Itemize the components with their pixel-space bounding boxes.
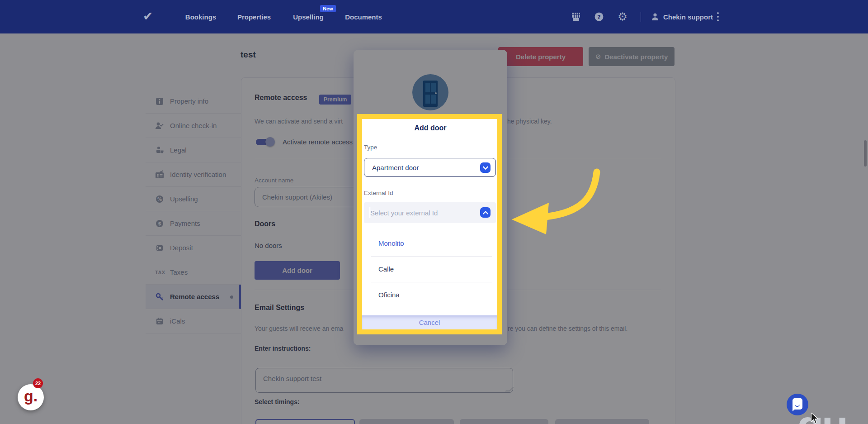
door-avatar-icon [412,74,448,110]
nav-item-upselling[interactable]: Upselling [293,0,324,33]
new-badge: New [320,5,336,12]
tax-icon: TAX [155,270,164,275]
modal-title: Add door [354,124,507,132]
remote-access-desc-left: We can activate and send a virt [255,118,343,125]
external-id-label: External Id [364,190,393,196]
chevron-down-icon [483,166,488,170]
sidebar-item-taxes[interactable]: TAX Taxes [146,260,241,285]
app-screen: test Delete property ⊘ Deactivate proper… [0,0,868,424]
person-check-icon [155,121,164,130]
id-card-icon [155,170,164,179]
instructions-textarea-wrap: Chekin support test [255,368,513,393]
delete-property-button[interactable]: Delete property [498,47,583,66]
sidebar-label: Identity verification [170,171,226,178]
dollar-icon: $ [155,219,164,228]
remote-access-heading: Remote access [255,94,307,102]
add-door-button[interactable]: Add door [255,261,340,280]
sidebar-item-icals[interactable]: iCals [146,309,241,333]
sidebar-label: Payments [170,219,200,227]
account-name-label: Account name [255,177,293,184]
user-icon [650,0,660,33]
option-oficina[interactable]: Oficina [378,291,400,299]
text-caret [370,207,370,218]
timing-option-1[interactable] [255,419,355,424]
gear-icon[interactable]: ⚙ [618,0,627,33]
premium-badge: Premium [319,95,351,105]
sidebar-label: Deposit [170,244,193,252]
toggle-thumb[interactable] [265,137,275,147]
sidebar-label: Taxes [170,268,188,276]
chat-launcher-button[interactable] [787,394,808,415]
checkmark-logo-icon: ✔ [143,9,153,23]
toggle-label: Activate remote access [283,138,353,146]
sidebar-item-online-checkin[interactable]: Online check-in [146,114,241,138]
external-id-input[interactable] [364,202,496,223]
sidebar-label: Legal [170,146,187,154]
email-desc-right: re you can define the settings of this e… [508,325,627,332]
instructions-textarea[interactable]: Chekin support test [255,368,513,393]
sidebar-item-payments[interactable]: $ Payments [146,211,241,236]
nav-item-properties[interactable]: Properties [237,0,271,33]
scrollbar-thumb[interactable] [864,140,867,167]
marketplace-icon[interactable] [571,0,581,33]
sidebar-label: Remote access [170,293,219,300]
sidebar-item-remote-access[interactable]: Remote access [146,285,241,309]
sidebar-label: Property info [170,97,208,105]
email-settings-heading: Email Settings [255,304,304,312]
svg-text:?: ? [597,14,601,20]
calendar-icon [155,317,164,326]
info-icon [155,97,164,106]
chat-bubble-icon [793,398,802,410]
svg-text:$: $ [158,221,161,227]
kebab-menu-icon[interactable] [717,12,719,21]
timing-option-3[interactable] [460,419,548,424]
sidebar-item-upselling[interactable]: % Upselling [146,187,241,211]
option-divider [371,256,492,257]
chevron-up-icon [483,211,488,214]
option-divider [371,282,492,282]
option-calle[interactable]: Calle [378,265,394,273]
sidebar-label: Upselling [170,195,198,203]
deactivate-property-button[interactable]: ⊘ Deactivate property [589,47,675,66]
email-desc-left: Your guests will receive an ema [255,325,343,332]
sidebar-item-identity-verification[interactable]: Identity verification [146,162,241,187]
user-name[interactable]: Chekin support [663,0,713,33]
deactivate-icon: ⊘ [595,52,601,61]
guidde-widget-button[interactable]: g. [18,384,44,410]
guidde-count-badge: 22 [33,378,43,388]
type-chevron-down-button[interactable] [480,162,491,173]
select-timings-label: Select timings: [255,398,300,405]
external-id-chevron-up-button[interactable] [480,207,491,218]
remote-access-desc-right: he physical key. [507,118,552,125]
svg-text:%: % [157,196,162,201]
deactivate-label: Deactivate property [604,53,668,61]
nav-item-documents[interactable]: Documents [345,0,382,33]
nav-item-bookings[interactable]: Bookings [185,0,216,33]
sidebar-item-deposit[interactable]: Deposit [146,236,241,260]
sidebar-item-legal[interactable]: Legal [146,138,241,162]
navbar-divider [641,12,641,22]
no-doors-text: No doors [255,242,282,249]
page-title: test [241,50,256,60]
percent-badge-icon: % [155,195,164,204]
sidebar-label: Online check-in [170,122,217,129]
banknote-icon [155,243,164,252]
help-icon[interactable]: ? [594,0,604,33]
chat-bubble-tail [793,409,796,411]
enter-instructions-label: Enter instructions: [255,345,311,352]
key-icon [155,292,164,301]
doors-heading: Doors [255,220,275,228]
sidebar-item-property-info[interactable]: Property info [146,89,241,114]
timing-option-2[interactable] [359,419,454,424]
guidde-logo: g. [24,387,38,405]
top-navbar: ✔ Bookings Properties Upselling Document… [0,0,868,33]
incomplete-dot [230,295,233,299]
stamp-shield-icon [155,146,164,155]
timing-option-4[interactable] [555,419,649,424]
sidebar-label: iCals [170,317,185,325]
type-select[interactable]: Apartment door [364,158,496,177]
type-select-value: Apartment door [372,164,419,172]
type-label: Type [364,144,377,151]
cancel-button[interactable]: Cancel [362,315,497,329]
option-monolito[interactable]: Monolito [378,239,404,247]
